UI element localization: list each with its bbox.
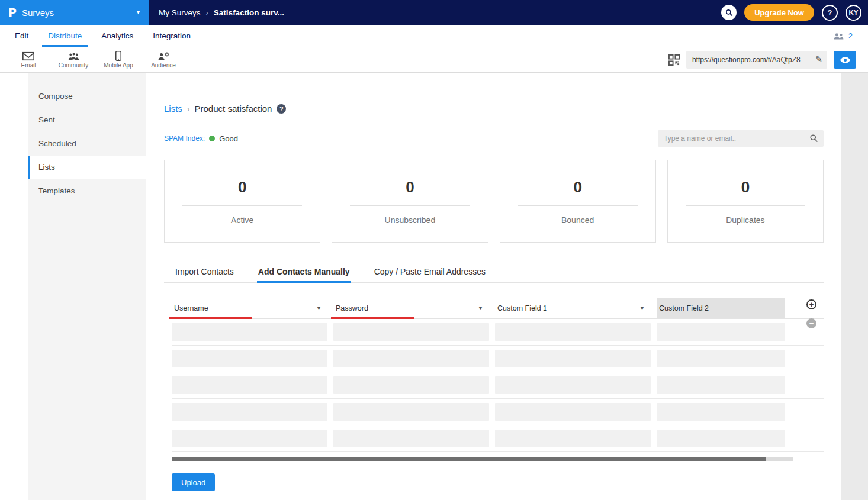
contact-row	[172, 346, 824, 372]
contact-stats: 0 Active 0 Unsubscribed 0 Bounced 0 Dupl…	[164, 160, 824, 243]
qr-code-icon[interactable]	[668, 54, 680, 66]
search-icon[interactable]	[809, 134, 818, 144]
column-select-custom-field-1[interactable]: Custom Field 1 ▼	[495, 298, 651, 318]
column-label: Username	[174, 304, 208, 312]
horizontal-scrollbar[interactable]	[172, 457, 793, 461]
sidebar-item-lists[interactable]: Lists	[28, 156, 146, 179]
spam-status-text: Good	[219, 134, 238, 143]
tab-distribute[interactable]: Distribute	[42, 25, 88, 47]
divider	[182, 205, 302, 206]
stat-card-active: 0 Active	[164, 160, 320, 243]
edit-url-icon[interactable]: ✎	[815, 54, 822, 64]
breadcrumb-separator-icon: ›	[206, 8, 208, 17]
channel-community[interactable]: Community	[51, 51, 96, 69]
contact-cell-input[interactable]	[657, 323, 785, 341]
chevron-down-icon: ▼	[136, 9, 141, 15]
contact-cell-input[interactable]	[657, 350, 785, 367]
tab-add-contacts-manually[interactable]: Add Contacts Manually	[257, 262, 351, 282]
tab-analytics[interactable]: Analytics	[95, 25, 139, 47]
contact-cell-input[interactable]	[172, 403, 327, 421]
channel-label: Email	[21, 62, 36, 69]
contact-cell-input[interactable]	[495, 403, 651, 421]
contact-cell-input[interactable]	[333, 323, 489, 341]
mobile-icon	[115, 51, 122, 61]
contact-cell-input[interactable]	[657, 403, 785, 421]
contact-cell-input[interactable]	[495, 376, 651, 394]
distribute-channel-bar: Email Community Mobile App Audience ✎	[0, 47, 868, 73]
spam-index-row: SPAM Index: Good	[164, 130, 824, 147]
sidebar-item-compose[interactable]: Compose	[28, 85, 146, 108]
breadcrumb-separator-icon: ›	[187, 104, 190, 114]
divider	[350, 205, 470, 206]
contact-entry-tabs: Import Contacts Add Contacts Manually Co…	[164, 262, 824, 283]
stat-label: Unsubscribed	[385, 215, 436, 225]
contact-cell-input[interactable]	[172, 430, 327, 447]
list-breadcrumb: Lists › Product satisfaction ?	[164, 104, 824, 114]
upload-button[interactable]: Upload	[172, 473, 215, 491]
contact-cell-input[interactable]	[333, 350, 489, 367]
breadcrumb: My Surveys › Satisfaction surv...	[159, 8, 284, 17]
stat-card-unsubscribed: 0 Unsubscribed	[332, 160, 488, 243]
contact-cell-input[interactable]	[333, 403, 489, 421]
column-select-custom-field-2[interactable]: Custom Field 2	[657, 298, 785, 318]
search-icon[interactable]	[721, 5, 737, 20]
breadcrumb-parent[interactable]: My Surveys	[159, 8, 201, 17]
contact-cell-input[interactable]	[657, 430, 785, 447]
contact-cell-input[interactable]	[333, 376, 489, 394]
tab-edit[interactable]: Edit	[9, 25, 34, 47]
stat-label: Duplicates	[726, 215, 764, 225]
collaborators[interactable]: 2	[833, 25, 853, 47]
product-switcher[interactable]: P Surveys ▼	[0, 0, 149, 25]
channel-mobile-app[interactable]: Mobile App	[96, 51, 141, 69]
topbar-actions: Upgrade Now ? KY	[721, 4, 868, 21]
manual-contacts-grid: Username ▼ Password ▼ Custom Field 1 ▼ C…	[164, 298, 824, 452]
add-column-button[interactable]: +	[806, 299, 816, 309]
tab-copy-paste-emails[interactable]: Copy / Paste Email Addresses	[373, 262, 487, 282]
contact-cell-input[interactable]	[657, 376, 785, 394]
column-label: Password	[336, 304, 368, 312]
contact-row	[172, 399, 824, 425]
sidebar-item-sent[interactable]: Sent	[28, 108, 146, 132]
remove-column-button[interactable]: −	[806, 318, 816, 328]
contact-cell-input[interactable]	[333, 430, 489, 447]
tab-integration[interactable]: Integration	[147, 25, 197, 47]
column-select-password[interactable]: Password ▼	[333, 298, 489, 318]
list-help-icon[interactable]: ?	[277, 104, 286, 114]
contact-cell-input[interactable]	[495, 350, 651, 367]
list-name: Product satisfaction	[195, 104, 272, 114]
sidebar-item-scheduled[interactable]: Scheduled	[28, 132, 146, 156]
workspace: Compose Sent Scheduled Lists Templates L…	[0, 73, 868, 500]
right-gutter	[841, 73, 868, 500]
help-button[interactable]: ?	[822, 5, 838, 21]
channel-audience[interactable]: Audience	[141, 51, 186, 69]
contact-cell-input[interactable]	[172, 323, 327, 341]
contact-cell-input[interactable]	[172, 350, 327, 367]
stat-label: Bounced	[561, 215, 594, 225]
survey-nav-tabs: Edit Distribute Analytics Integration 2	[0, 25, 868, 47]
chevron-down-icon: ▼	[316, 305, 322, 311]
sidebar-item-templates[interactable]: Templates	[28, 179, 146, 203]
contact-cell-input[interactable]	[495, 323, 651, 341]
tab-import-contacts[interactable]: Import Contacts	[174, 262, 235, 282]
stat-label: Active	[231, 215, 253, 225]
stat-value: 0	[406, 178, 414, 196]
collaborators-count: 2	[848, 31, 853, 40]
avatar[interactable]: KY	[846, 5, 861, 21]
column-select-username[interactable]: Username ▼	[172, 298, 327, 318]
preview-button[interactable]	[834, 51, 856, 69]
upgrade-now-button[interactable]: Upgrade Now	[744, 4, 814, 21]
contact-search	[658, 130, 824, 147]
scrollbar-thumb[interactable]	[172, 457, 766, 461]
lists-link[interactable]: Lists	[164, 104, 182, 114]
contact-cell-input[interactable]	[172, 376, 327, 394]
stat-card-bounced: 0 Bounced	[500, 160, 656, 243]
channel-email[interactable]: Email	[6, 51, 51, 69]
people-icon	[833, 32, 844, 40]
stat-card-duplicates: 0 Duplicates	[667, 160, 824, 243]
stat-value: 0	[573, 178, 581, 196]
contact-cell-input[interactable]	[495, 430, 651, 447]
survey-url-input[interactable]	[686, 51, 827, 69]
top-bar: P Surveys ▼ My Surveys › Satisfaction su…	[0, 0, 868, 25]
contact-search-input[interactable]	[658, 130, 824, 147]
chevron-down-icon: ▼	[639, 305, 645, 311]
